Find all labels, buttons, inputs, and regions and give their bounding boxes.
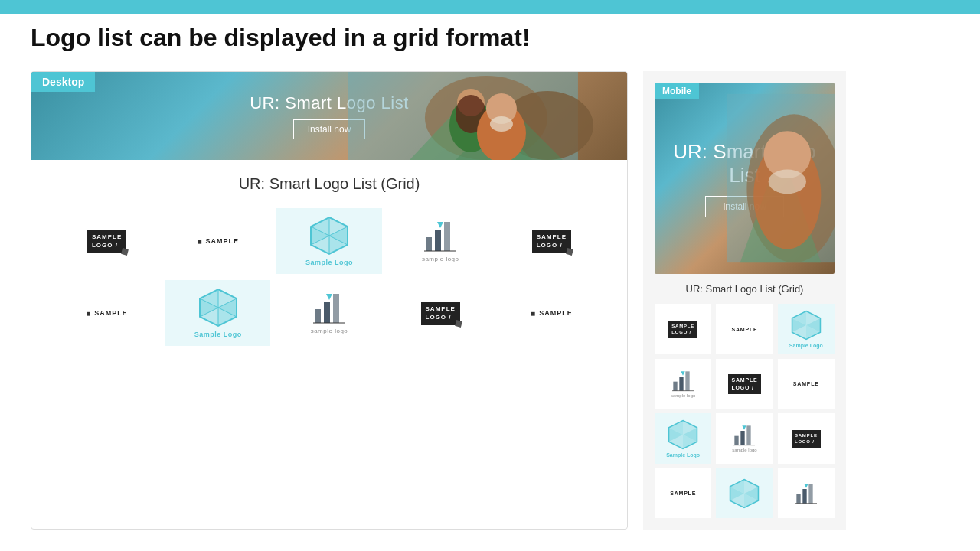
sample-logo-teal-2: Sample Logo [194, 288, 242, 338]
mobile-text-sm-2: SAMPLE [793, 381, 819, 386]
svg-marker-45 [326, 294, 332, 300]
svg-rect-62 [685, 371, 689, 390]
mobile-logo-dark-3: SAMPLELOGO / [792, 430, 821, 448]
mobile-bar-label-1: sample logo [671, 393, 695, 398]
mobile-grid-title: UR: Smart Logo List (Grid) [655, 283, 835, 295]
mobile-logo-cell-10: SAMPLE [655, 468, 711, 518]
svg-marker-87 [804, 484, 808, 487]
mobile-badge: Mobile [655, 83, 699, 99]
mobile-text-sm-1: SAMPLE [732, 327, 758, 332]
mobile-logo-cell-8: sample logo [716, 413, 773, 464]
svg-rect-44 [333, 294, 339, 323]
svg-rect-72 [735, 436, 739, 445]
svg-rect-24 [426, 237, 432, 251]
svg-rect-85 [802, 489, 806, 504]
mobile-logo-cell-2: SAMPLE [716, 304, 773, 354]
mobile-sample-label-2: Sample Logo [666, 452, 700, 458]
logo-cell-8: sample logo [276, 280, 381, 346]
mobile-logo-cell-9: SAMPLELOGO / [778, 413, 835, 464]
sample-logo-dark-1: SAMPLELOGO / [87, 230, 126, 253]
top-accent-bar [0, 0, 980, 14]
logo-cell-2: SAMPLE [165, 208, 270, 274]
mobile-sample-label-1: Sample Logo [789, 343, 823, 348]
logo-cell-4: sample logo [388, 208, 493, 274]
logo-cell-10: SAMPLE [499, 280, 604, 346]
mobile-logo-cell-4: sample logo [655, 359, 711, 409]
desktop-preview: Desktop UR: Smart Logo List Install now [31, 71, 628, 530]
banner-illustration [299, 72, 627, 160]
mobile-bar-label-2: sample logo [732, 448, 756, 452]
sample-logo-dark-2: SAMPLELOGO / [532, 230, 571, 253]
mobile-logo-cell-6: SAMPLE [778, 359, 835, 409]
logo-cell-5: SAMPLELOGO / [499, 208, 604, 274]
bar-chart-logo-1: sample logo [422, 220, 459, 262]
svg-rect-26 [444, 222, 450, 251]
mobile-logo-cell-11 [716, 468, 773, 518]
svg-rect-60 [673, 382, 677, 391]
page-title: Logo list can be displayed in a grid for… [31, 23, 949, 52]
svg-point-52 [769, 170, 806, 194]
mobile-logo-cell-7: Sample Logo [655, 413, 711, 464]
svg-marker-27 [437, 222, 443, 228]
desktop-logo-grid: SAMPLELOGO / SAMPLE [47, 208, 612, 346]
svg-rect-73 [741, 431, 745, 445]
sample-logo-teal-1: Sample Logo [305, 216, 353, 266]
logo-cell-7: Sample Logo [165, 280, 270, 346]
desktop-banner: Desktop UR: Smart Logo List Install now [31, 72, 627, 160]
sample-label-teal-2: Sample Logo [194, 331, 242, 338]
desktop-grid-section: UR: Smart Logo List (Grid) SAMPLELOGO / … [31, 160, 627, 361]
mobile-logo-grid: SAMPLELOGO / SAMPLE Sample Logo [655, 304, 835, 518]
mobile-logo-cell-3: Sample Logo [778, 304, 835, 354]
logo-cell-6: SAMPLE [54, 280, 159, 346]
svg-rect-43 [324, 302, 330, 323]
sample-text-dark-2: SAMPLE [86, 309, 128, 318]
mobile-logo-cell-5: SAMPLELOGO / [716, 359, 773, 409]
svg-rect-74 [747, 426, 751, 445]
logo-cell-3: Sample Logo [276, 208, 381, 274]
sample-logo-dark-3: SAMPLELOGO / [421, 302, 460, 324]
bar-label-2: sample logo [311, 328, 348, 334]
logo-cell-9: SAMPLELOGO / [388, 280, 493, 346]
mobile-logo-cell-1: SAMPLELOGO / [655, 304, 711, 354]
sample-text-dark-3: SAMPLE [531, 309, 573, 318]
mobile-logo-cell-12 [778, 468, 835, 518]
mobile-logo-dark-1: SAMPLELOGO / [668, 321, 697, 338]
mobile-panel: Mobile UR: Smart Logo List Install now [643, 71, 846, 530]
sample-text-dark-1: SAMPLE [198, 237, 240, 246]
bar-chart-logo-2: sample logo [311, 292, 348, 334]
svg-rect-84 [796, 494, 800, 504]
mobile-logo-dark-2: SAMPLELOGO / [728, 374, 762, 394]
desktop-badge: Desktop [31, 72, 95, 92]
logo-cell-1: SAMPLELOGO / [54, 208, 159, 274]
svg-rect-86 [808, 484, 812, 503]
svg-point-10 [490, 116, 513, 132]
svg-rect-42 [315, 309, 321, 323]
desktop-grid-title: UR: Smart Logo List (Grid) [47, 175, 612, 193]
svg-rect-25 [435, 230, 441, 251]
svg-marker-63 [681, 371, 684, 375]
bar-label-1: sample logo [422, 256, 459, 262]
svg-rect-61 [679, 377, 683, 391]
svg-marker-75 [743, 426, 746, 430]
mobile-text-sm-3: SAMPLE [670, 491, 696, 496]
main-content: Logo list can be displayed in a grid for… [0, 0, 980, 551]
mobile-banner: Mobile UR: Smart Logo List Install now [655, 83, 835, 274]
sample-label-teal-1: Sample Logo [305, 259, 353, 266]
